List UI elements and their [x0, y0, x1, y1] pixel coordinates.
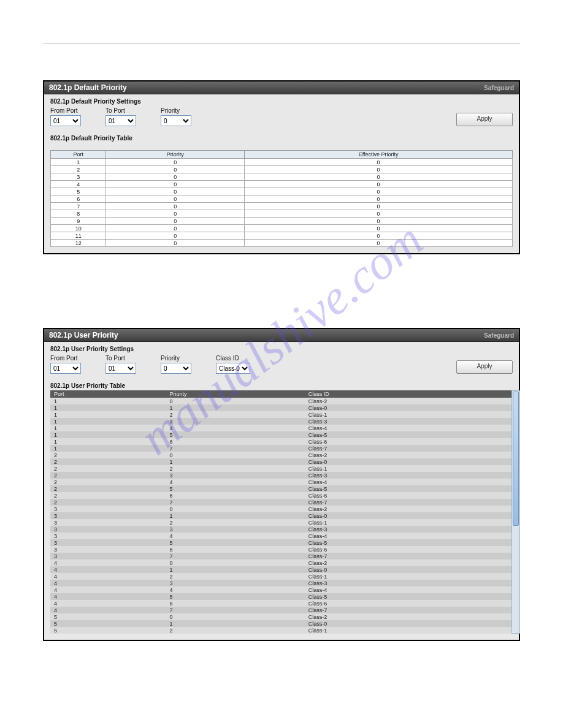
cell: Class-1: [305, 411, 513, 418]
cell: 7: [166, 553, 305, 559]
cell: Class-1: [305, 519, 513, 526]
table-row: 43Class-3: [50, 580, 513, 586]
cell: 1: [50, 445, 166, 452]
cell: 3: [166, 526, 305, 533]
cell: 0: [245, 218, 513, 225]
cell: 2: [50, 465, 166, 472]
cell: 9: [51, 218, 106, 225]
to-port-select[interactable]: 01: [105, 115, 136, 126]
cell: Class-0: [305, 458, 513, 465]
col-classid: Class ID: [305, 390, 513, 398]
cell: Class-1: [305, 465, 513, 472]
cell: 1: [166, 404, 305, 411]
cell: 0: [245, 181, 513, 188]
cell: 0: [106, 240, 245, 247]
cell: 5: [50, 613, 166, 620]
cell: Class-7: [305, 607, 513, 613]
cell: 10: [51, 225, 106, 232]
cell: 0: [245, 195, 513, 203]
cell: 0: [245, 240, 513, 247]
divider: [43, 43, 520, 44]
cell: Class-3: [305, 526, 513, 533]
col-priority: Priority: [106, 151, 245, 159]
cell: 8: [51, 210, 106, 218]
table-row: 16Class-6: [50, 438, 513, 445]
cell: 0: [245, 203, 513, 210]
cell: 2: [50, 479, 166, 485]
table-row: 35Class-5: [50, 539, 513, 546]
from-port-select[interactable]: 01: [50, 363, 81, 374]
cell: 6: [166, 492, 305, 499]
cell: Class-2: [305, 398, 513, 404]
safeguard-indicator: Safeguard: [478, 332, 514, 339]
cell: 0: [106, 210, 245, 218]
panel-title: 802.1p User Priority: [49, 331, 118, 339]
cell: Class-6: [305, 438, 513, 445]
cell: 0: [245, 173, 513, 181]
table-row: 13Class-3: [50, 418, 513, 425]
cell: 12: [51, 240, 106, 247]
panel-title: 802.1p Default Priority: [49, 83, 127, 92]
table-row: 51Class-0: [50, 620, 513, 627]
default-priority-table: Port Priority Effective Priority 1002003…: [50, 150, 513, 247]
settings-header: 802.1p User Priority Settings: [50, 346, 513, 352]
cell: 2: [50, 485, 166, 492]
settings-controls: From Port 01 To Port 01 Priority 0 Apply: [50, 107, 513, 126]
to-port-select[interactable]: 01: [105, 363, 136, 374]
table-row: 500: [51, 188, 513, 195]
priority-select[interactable]: 0: [161, 363, 191, 374]
user-priority-table: Port Priority Class ID 10Class-211Class-…: [50, 390, 513, 634]
apply-button[interactable]: Apply: [456, 360, 513, 374]
cell: Class-1: [305, 627, 513, 634]
cell: 0: [166, 452, 305, 458]
cell: Class-4: [305, 479, 513, 485]
cell: 2: [50, 492, 166, 499]
cell: 3: [50, 553, 166, 559]
table-row: 31Class-0: [50, 512, 513, 519]
cell: 5: [166, 431, 305, 438]
cell: 2: [166, 519, 305, 526]
cell: 3: [166, 418, 305, 425]
table-row: 600: [51, 195, 513, 203]
cell: 6: [166, 600, 305, 607]
cell: 0: [106, 181, 245, 188]
cell: Class-3: [305, 472, 513, 479]
cell: 7: [166, 445, 305, 452]
cell: Class-6: [305, 600, 513, 607]
settings-header: 802.1p Default Priority Settings: [50, 98, 513, 105]
table-header: 802.1p User Priority Table: [50, 382, 513, 389]
cell: 0: [166, 559, 305, 566]
cell: 0: [166, 398, 305, 404]
table-row: 22Class-1: [50, 465, 513, 472]
scrollbar-thumb[interactable]: [513, 392, 519, 526]
cell: 0: [106, 203, 245, 210]
from-port-label: From Port: [50, 107, 81, 114]
table-row: 1000: [51, 225, 513, 232]
table-row: 34Class-4: [50, 533, 513, 539]
table-row: 1200: [51, 240, 513, 247]
panel-header: 802.1p Default Priority Safeguard: [44, 82, 519, 94]
cell: Class-5: [305, 539, 513, 546]
class-id-label: Class ID: [216, 355, 250, 362]
cell: 0: [106, 232, 245, 240]
priority-select[interactable]: 0: [161, 115, 191, 126]
class-id-select[interactable]: Class-0: [216, 363, 250, 374]
cell: 3: [50, 512, 166, 519]
to-port-label: To Port: [105, 107, 136, 114]
apply-button[interactable]: Apply: [456, 113, 513, 126]
cell: 0: [245, 166, 513, 173]
table-row: 11Class-0: [50, 404, 513, 411]
cell: 4: [50, 600, 166, 607]
table-row: 900: [51, 218, 513, 225]
cell: Class-6: [305, 546, 513, 553]
cell: Class-2: [305, 506, 513, 512]
from-port-select[interactable]: 01: [50, 115, 81, 126]
cell: 5: [50, 627, 166, 634]
cell: 4: [50, 593, 166, 600]
cell: 0: [245, 210, 513, 218]
to-port-label: To Port: [105, 355, 136, 362]
cell: Class-2: [305, 452, 513, 458]
table-row: 45Class-5: [50, 593, 513, 600]
cell: Class-3: [305, 418, 513, 425]
scrollbar[interactable]: [511, 390, 520, 634]
